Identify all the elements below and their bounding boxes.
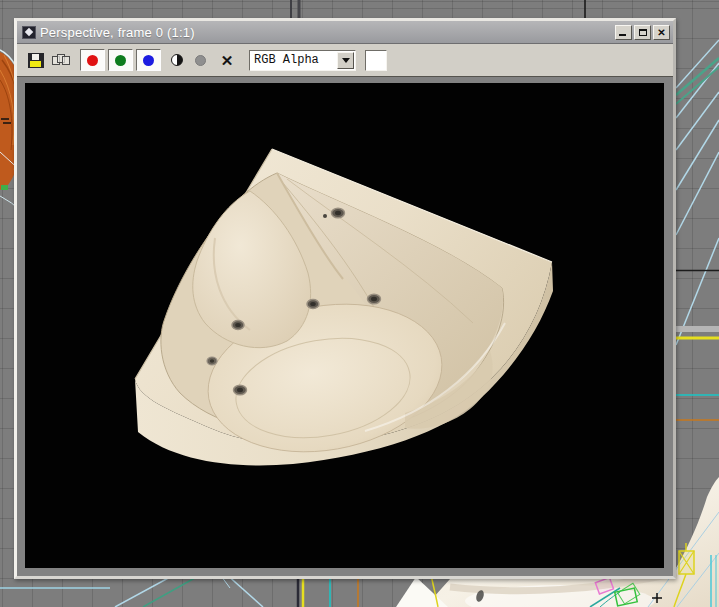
green-channel-icon xyxy=(115,55,126,66)
rendered-frame-window: Perspective, frame 0 (1:1) ✕ ✕ xyxy=(14,18,676,579)
minimize-button[interactable] xyxy=(615,25,632,40)
titlebar[interactable]: Perspective, frame 0 (1:1) ✕ xyxy=(17,21,673,44)
red-channel-icon xyxy=(87,55,98,66)
alpha-channel-button[interactable] xyxy=(190,48,210,72)
clone-window-button[interactable] xyxy=(51,48,71,72)
bathtub-render xyxy=(25,83,664,568)
close-icon: ✕ xyxy=(657,27,665,38)
clone-icon xyxy=(52,53,70,67)
clear-button[interactable]: ✕ xyxy=(217,48,237,72)
wireframe-diagonals xyxy=(676,40,719,345)
blue-channel-icon xyxy=(143,55,154,66)
render-canvas xyxy=(25,83,664,568)
clear-x-icon: ✕ xyxy=(221,53,234,68)
green-channel-button[interactable] xyxy=(108,49,133,71)
dropdown-value: RGB Alpha xyxy=(250,53,337,67)
vfb-toolbar: ✕ RGB Alpha xyxy=(17,44,673,77)
background-color-swatch[interactable] xyxy=(365,50,387,71)
maximize-icon xyxy=(639,29,647,36)
max-logo-icon xyxy=(22,26,36,39)
monochrome-icon xyxy=(171,54,183,66)
close-button[interactable]: ✕ xyxy=(653,25,670,40)
save-floppy-icon xyxy=(28,53,44,68)
red-channel-button[interactable] xyxy=(80,49,105,71)
dropdown-arrow-button[interactable] xyxy=(337,52,354,69)
save-image-button[interactable] xyxy=(26,48,46,72)
minimize-icon xyxy=(619,34,626,36)
blue-channel-button[interactable] xyxy=(136,49,161,71)
maximize-button[interactable] xyxy=(634,25,651,40)
channel-display-dropdown[interactable]: RGB Alpha xyxy=(249,50,356,71)
chevron-down-icon xyxy=(342,58,350,67)
alpha-icon xyxy=(195,55,206,66)
monochrome-button[interactable] xyxy=(167,48,187,72)
window-title: Perspective, frame 0 (1:1) xyxy=(40,25,615,40)
